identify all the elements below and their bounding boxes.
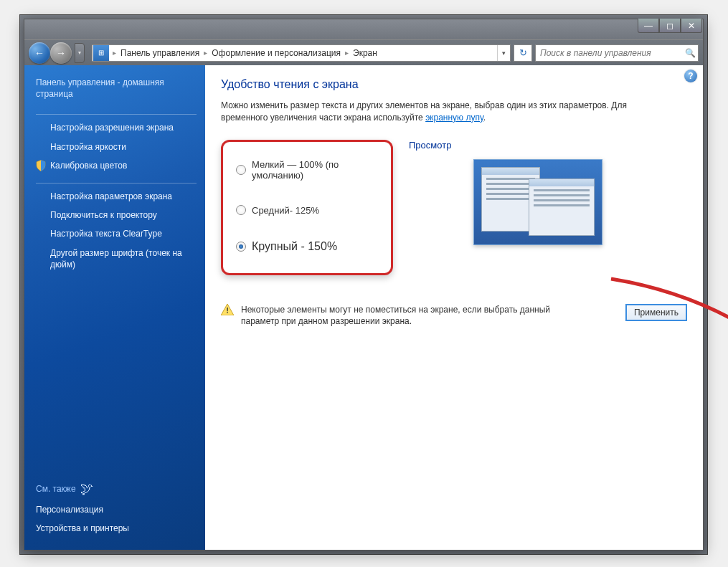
preview-image (473, 159, 602, 245)
sidebar-link-label: Другой размер шрифта (точек на дюйм) (50, 247, 197, 270)
sidebar-link-label: Настройка текста ClearType (50, 228, 162, 239)
shield-icon (36, 160, 46, 171)
sidebar-home-link[interactable]: Панель управления - домашняя страница (36, 77, 197, 100)
radio-label: Крупный - 150% (252, 240, 337, 253)
back-button[interactable]: ← (29, 42, 50, 64)
radio-small[interactable]: Мелкий — 100% (по умолчанию) (236, 159, 381, 181)
radio-icon (236, 205, 246, 215)
crumb-appearance[interactable]: Оформление и персонализация (210, 48, 342, 58)
annotation-arrow (605, 270, 728, 399)
search-box[interactable]: 🔍 (535, 44, 699, 62)
svg-text:!: ! (226, 306, 229, 315)
titlebar: — ◻ ✕ (24, 19, 703, 39)
sidebar-link-projector[interactable]: Подключиться к проектору (36, 209, 197, 221)
main-content: ? Удобство чтения с экрана Можно изменит… (205, 65, 703, 550)
crumb-display[interactable]: Экран (351, 48, 379, 58)
sidebar-link-resolution[interactable]: Настройка разрешения экрана (36, 122, 197, 133)
refresh-button[interactable]: ↻ (514, 44, 532, 62)
sidebar: Панель управления - домашняя страница На… (24, 65, 205, 550)
sidebar-link-label: Калибровка цветов (50, 160, 127, 171)
sidebar-link-label: Подключиться к проектору (50, 209, 157, 221)
breadcrumb-sep-icon: ▸ (201, 49, 210, 57)
sidebar-link-label: Устройства и принтеры (36, 523, 129, 534)
radio-icon (236, 242, 246, 252)
preview-label: Просмотр (409, 140, 687, 151)
control-panel-icon: ⊞ (93, 45, 109, 61)
dove-icon: 🕊 (80, 482, 93, 497)
radio-label: Мелкий — 100% (по умолчанию) (252, 159, 381, 181)
radio-icon (236, 165, 246, 175)
forward-button[interactable]: → (50, 42, 72, 64)
radio-label: Средний- 125% (252, 205, 319, 216)
sidebar-link-brightness[interactable]: Настройка яркости (36, 141, 197, 153)
radio-medium[interactable]: Средний- 125% (236, 205, 381, 216)
maximize-button[interactable]: ◻ (659, 19, 681, 33)
warning-text: Некоторые элементы могут не поместиться … (241, 304, 571, 328)
breadcrumb-sep-icon: ▸ (110, 49, 119, 57)
sidebar-link-label: Настройка параметров экрана (50, 191, 172, 202)
size-options-group: Мелкий — 100% (по умолчанию) Средний- 12… (221, 140, 393, 275)
page-title: Удобство чтения с экрана (221, 78, 687, 91)
minimize-button[interactable]: — (638, 19, 659, 33)
page-description: Можно изменить размер текста и других эл… (221, 100, 666, 124)
crumb-control-panel[interactable]: Панель управления (119, 48, 201, 58)
close-button[interactable]: ✕ (681, 19, 702, 33)
warning-icon: ! (221, 304, 234, 315)
sidebar-link-label: Персонализация (36, 504, 103, 515)
breadcrumb-dropdown[interactable]: ▾ (497, 45, 510, 61)
sidebar-link-personalization[interactable]: Персонализация (36, 504, 197, 515)
sidebar-link-label: Настройка разрешения экрана (50, 122, 174, 133)
breadcrumb[interactable]: ⊞ ▸ Панель управления ▸ Оформление и пер… (92, 44, 511, 62)
magnifier-link[interactable]: экранную лупу (425, 113, 483, 123)
search-icon: 🔍 (682, 48, 698, 58)
sidebar-link-display-params[interactable]: Настройка параметров экрана (36, 191, 197, 202)
breadcrumb-sep-icon: ▸ (342, 49, 351, 57)
help-icon[interactable]: ? (684, 70, 697, 82)
see-also-heading: См. также 🕊 (36, 482, 197, 497)
sidebar-link-calibration[interactable]: Калибровка цветов (36, 160, 197, 171)
apply-button[interactable]: Применить (625, 304, 687, 321)
search-input[interactable] (536, 48, 682, 58)
sidebar-link-label: Настройка яркости (50, 141, 126, 153)
sidebar-link-cleartype[interactable]: Настройка текста ClearType (36, 228, 197, 239)
nav-history-dropdown[interactable]: ▾ (75, 43, 85, 63)
navbar: ← → ▾ ⊞ ▸ Панель управления ▸ Оформление… (24, 39, 703, 65)
window: — ◻ ✕ ← → ▾ ⊞ ▸ Панель управления ▸ Офор… (24, 19, 704, 551)
sidebar-link-dpi[interactable]: Другой размер шрифта (точек на дюйм) (36, 247, 197, 270)
radio-large[interactable]: Крупный - 150% (236, 240, 381, 253)
sidebar-link-devices[interactable]: Устройства и принтеры (36, 523, 197, 534)
